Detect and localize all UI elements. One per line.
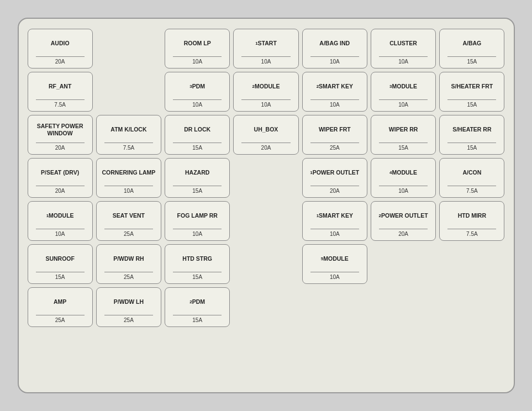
fuse-room-lp: ROOM LP10A bbox=[165, 29, 230, 68]
fuse-amp-start: 10A bbox=[261, 59, 271, 66]
fuse-pdm3: 3PDM10A bbox=[165, 72, 230, 112]
fuse-label-smart-key1: 1SMART KEY bbox=[315, 204, 354, 227]
fuse-label-audio: AUDIO bbox=[50, 31, 71, 55]
fuse-divider-seat-vent bbox=[104, 229, 153, 230]
fuse-divider-start bbox=[241, 56, 290, 57]
fuse-amp-power-outlet1: 20A bbox=[330, 188, 340, 195]
fuse-divider-power-outlet2 bbox=[379, 229, 428, 230]
fuse-divider-audio bbox=[36, 56, 85, 57]
fuse-divider-wiper-frt bbox=[310, 143, 359, 144]
fuse-divider-fog-lamp-rr bbox=[173, 229, 222, 230]
fuse-amp-cluster: 10A bbox=[398, 59, 408, 66]
fuse-divider-module2 bbox=[241, 99, 290, 101]
fuse-fog-lamp-rr: FOG LAMP RR10A bbox=[165, 201, 230, 241]
fuse-label-module5: 5MODULE bbox=[320, 247, 350, 270]
fuse-label-cluster: CLUSTER bbox=[388, 31, 418, 55]
fuse-hazard: HAZARD15A bbox=[165, 158, 230, 198]
fuse-label-htd-strg: HTD STRG bbox=[181, 247, 213, 270]
fuse-amp-module5: 10A bbox=[330, 274, 340, 281]
fuse-module1: 1MODULE10A bbox=[28, 201, 93, 241]
fuse-amp-audio: 20A bbox=[55, 59, 65, 66]
fuse-amp-pseat-drv: 20A bbox=[55, 188, 65, 195]
fuse-amp-pdm2: 15A bbox=[192, 317, 202, 324]
fuse-label-cornering-lamp: CORNERING LAMP bbox=[101, 161, 157, 184]
fuse-divider-sheater-frt bbox=[447, 99, 496, 101]
fuse-amp-amp: 25A bbox=[55, 317, 65, 324]
fuse-divider-sunroof bbox=[36, 272, 85, 273]
fuse-amp-room-lp: 10A bbox=[192, 59, 202, 66]
fuse-grid: AUDIO20AROOM LP10A1START10AA/BAG IND10AC… bbox=[28, 29, 505, 327]
fuse-label-power-outlet2: 2POWER OUTLET bbox=[378, 204, 429, 227]
fuse-label-rf-ant: RF_ANT bbox=[48, 75, 72, 98]
fuse-label-wiper-rr: WIPER RR bbox=[388, 118, 419, 141]
fuse-divider-pdm2 bbox=[173, 315, 222, 316]
fuse-power-outlet2: 2POWER OUTLET20A bbox=[371, 201, 436, 241]
fuse-divider-module4 bbox=[379, 186, 428, 187]
fuse-divider-atm-klock bbox=[104, 143, 153, 144]
fuse-label-atm-klock: ATM K/LOCK bbox=[109, 118, 148, 141]
fuse-amp-atm-klock: 7.5A bbox=[123, 145, 135, 152]
fuse-divider-amp bbox=[36, 315, 85, 316]
fuse-divider-dr-lock bbox=[173, 143, 222, 144]
fuse-amp-acon: 7.5A bbox=[466, 188, 478, 195]
fuse-sheater-rr: S/HEATER RR15A bbox=[439, 115, 504, 155]
fuse-label-uh-box: UH_BOX bbox=[253, 118, 280, 141]
fuse-rf-ant: RF_ANT7.5A bbox=[28, 72, 93, 112]
fuse-label-fog-lamp-rr: FOG LAMP RR bbox=[176, 204, 219, 227]
fuse-amp-dr-lock: 15A bbox=[192, 145, 202, 152]
fuse-label-dr-lock: DR LOCK bbox=[183, 118, 212, 141]
fuse-divider-module5 bbox=[310, 272, 359, 273]
fuse-label-sheater-frt: S/HEATER FRT bbox=[450, 75, 494, 98]
fuse-sunroof: SUNROOF15A bbox=[28, 244, 93, 284]
fuse-divider-uh-box bbox=[241, 143, 290, 144]
fuse-audio: AUDIO20A bbox=[28, 29, 93, 68]
fuse-seat-vent: SEAT VENT25A bbox=[96, 201, 161, 241]
fuse-label-pdm2: 2PDM bbox=[188, 290, 206, 313]
fuse-amp-pdm3: 10A bbox=[192, 102, 202, 109]
fuse-label-power-outlet1: 1POWER OUTLET bbox=[309, 161, 360, 184]
fuse-divider-room-lp bbox=[173, 56, 222, 57]
fuse-label-sheater-rr: S/HEATER RR bbox=[451, 118, 492, 141]
empty-cell bbox=[96, 29, 161, 68]
fuse-start: 1START10A bbox=[233, 29, 298, 68]
fuse-divider-htd-strg bbox=[173, 272, 222, 273]
fuse-amp-module3: 10A bbox=[398, 102, 408, 109]
empty-cell bbox=[96, 72, 161, 112]
fuse-pwdw-lh: P/WDW LH25A bbox=[96, 287, 161, 327]
fuse-amp-abag: 15A bbox=[467, 59, 477, 66]
fuse-wiper-frt: WIPER FRT25A bbox=[302, 115, 367, 155]
fuse-divider-cluster bbox=[379, 56, 428, 57]
fuse-htd-strg: HTD STRG15A bbox=[165, 244, 230, 284]
fuse-amp-sunroof: 15A bbox=[55, 274, 65, 281]
empty-cell bbox=[233, 287, 298, 327]
empty-cell bbox=[233, 201, 298, 241]
fuse-divider-smart-key2 bbox=[310, 99, 359, 101]
fuse-sheater-frt: S/HEATER FRT15A bbox=[439, 72, 504, 112]
fuse-amp-pwdw-rh: 25A bbox=[124, 274, 134, 281]
fuse-label-wiper-frt: WIPER FRT bbox=[318, 118, 352, 141]
empty-cell bbox=[371, 287, 436, 327]
fuse-amp-power-outlet2: 20A bbox=[398, 231, 408, 238]
fuse-abag: A/BAG15A bbox=[439, 29, 504, 68]
fuse-divider-sheater-rr bbox=[447, 143, 496, 144]
fuse-power-outlet1: 1POWER OUTLET20A bbox=[302, 158, 367, 198]
fuse-divider-hazard bbox=[173, 186, 222, 187]
fuse-amp-htd-mirr: 7.5A bbox=[466, 231, 478, 238]
fuse-dr-lock: DR LOCK15A bbox=[165, 115, 230, 155]
fuse-amp-pwdw-lh: 25A bbox=[124, 317, 134, 324]
fuse-amp-htd-strg: 15A bbox=[192, 274, 202, 281]
fuse-amp-wiper-rr: 15A bbox=[398, 145, 408, 152]
fuse-divider-pdm3 bbox=[173, 99, 222, 101]
fuse-divider-pwdw-rh bbox=[104, 272, 153, 273]
fuse-label-smart-key2: 2SMART KEY bbox=[315, 75, 354, 98]
fuse-label-start: 1START bbox=[254, 31, 278, 55]
fuse-amp-safety-pw: 20A bbox=[55, 145, 65, 152]
fuse-divider-smart-key1 bbox=[310, 229, 359, 230]
fuse-label-seat-vent: SEAT VENT bbox=[112, 204, 146, 227]
fuse-label-room-lp: ROOM LP bbox=[183, 31, 212, 55]
fuse-label-hazard: HAZARD bbox=[184, 161, 210, 184]
fuse-amp-sheater-frt: 15A bbox=[467, 102, 477, 109]
fuse-label-pwdw-rh: P/WDW RH bbox=[112, 247, 145, 270]
fuse-divider-module1 bbox=[36, 229, 85, 230]
fuse-pwdw-rh: P/WDW RH25A bbox=[96, 244, 161, 284]
